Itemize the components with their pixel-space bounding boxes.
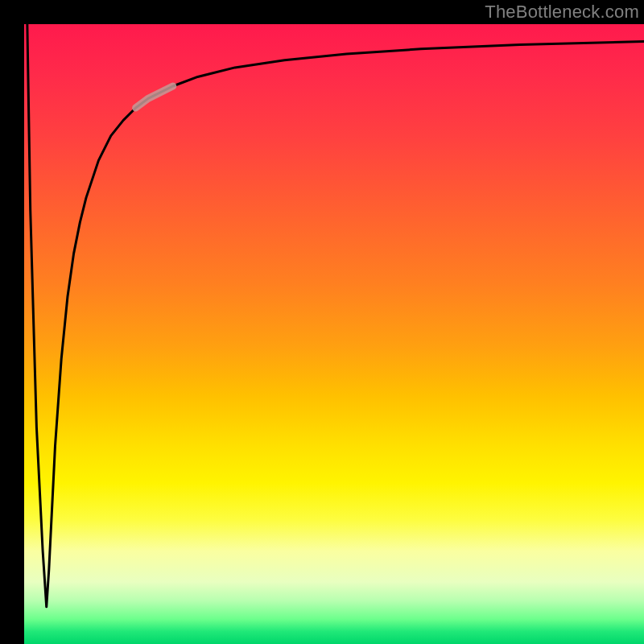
watermark-label: TheBottleneck.com — [485, 2, 639, 23]
curve-layer — [24, 24, 644, 644]
bottleneck-curve — [27, 24, 644, 607]
curve-highlight-segment — [136, 86, 173, 108]
plot-area — [24, 24, 644, 644]
chart-frame: TheBottleneck.com — [0, 0, 644, 644]
